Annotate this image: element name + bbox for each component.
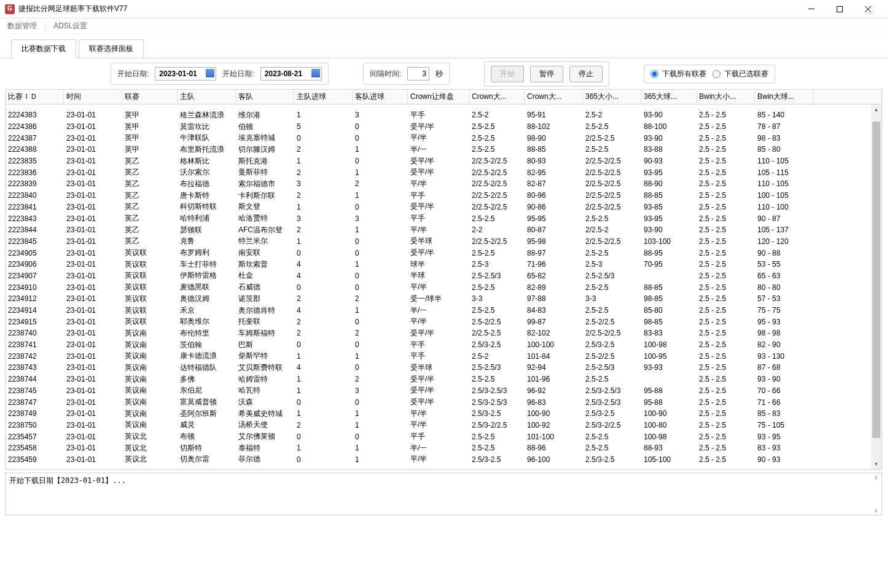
table-cell: 2.5-2.5: [469, 134, 525, 143]
pause-button[interactable]: 暂停: [530, 66, 563, 82]
table-cell: 70-95: [641, 260, 697, 269]
table-row[interactable]: 223874723-01-01英议南富莫咸普顿沃森00受平/半2.5/3-2.5…: [6, 396, 881, 408]
column-header[interactable]: 365大球...: [641, 90, 697, 104]
table-row[interactable]: 223491523-01-01英议联耶奥维尔托奎联20平/半2.5-2/2.59…: [6, 316, 881, 327]
table-cell: 2234907: [6, 272, 64, 280]
table-row[interactable]: [6, 104, 881, 109]
column-header[interactable]: 比赛ＩＤ: [6, 90, 64, 104]
tab-download-data[interactable]: 比赛数据下载: [11, 39, 76, 58]
vertical-scrollbar[interactable]: ▲ ▼: [871, 104, 881, 469]
table-cell: 0: [353, 340, 408, 349]
table-body[interactable]: 222438323-01-01英甲格兰森林流浪维尔港13平手2.5-295-91…: [6, 104, 881, 470]
table-cell: 2223836: [6, 168, 64, 177]
table-row[interactable]: 222384423-01-01英乙瑟顿联AFC温布尔登21平/半2-280-87…: [6, 224, 881, 236]
table-row[interactable]: 222383923-01-01英乙布拉福德索尔福德市32平/半2/2.5-2/2…: [6, 178, 881, 190]
column-header[interactable]: Bwin大球...: [755, 90, 813, 104]
maximize-button[interactable]: [826, 0, 854, 18]
scroll-down-arrow[interactable]: ▼: [871, 459, 881, 469]
radio-all-input[interactable]: [651, 70, 658, 78]
column-header[interactable]: 主队: [178, 90, 236, 104]
menu-separator: |: [44, 22, 46, 31]
radio-download-all[interactable]: 下载所有联赛: [651, 69, 706, 79]
menu-data-manage[interactable]: 数据管理: [5, 21, 39, 31]
table-cell: 93-90: [641, 111, 697, 119]
log-scroll-down-icon[interactable]: ∨: [874, 508, 877, 514]
table-row[interactable]: 223874223-01-01英议南康卡德流浪柴斯罕特11平手2.5-2101-…: [6, 350, 881, 362]
table-row[interactable]: 222384123-01-01英乙科切斯特联斯文登10受平/半2/2.5-2/2…: [6, 202, 881, 213]
svg-rect-1: [837, 6, 843, 12]
table-row[interactable]: 222438323-01-01英甲格兰森林流浪维尔港13平手2.5-295-91…: [6, 109, 881, 121]
calendar-icon[interactable]: [311, 69, 320, 77]
table-cell: 23-01-01: [64, 168, 122, 177]
table-row[interactable]: 222384323-01-01英乙哈特利浦哈洛贾特33平手2.5-2.595-9…: [6, 213, 881, 224]
table-row[interactable]: 222384023-01-01英乙唐卡斯特卡利斯尔联21平手2/2.5-2/2.…: [6, 190, 881, 202]
table-row[interactable]: 223874023-01-01英议南布伦特里车姆斯福特22受平/半2/2.5-2…: [6, 327, 881, 339]
column-header[interactable]: 主队进球: [294, 90, 353, 104]
table-cell: 2/2.5-2.5: [583, 134, 641, 143]
column-header[interactable]: 客队: [236, 90, 294, 104]
table-row[interactable]: 223491023-01-01英议联麦德黑联石威德00平/半2.5-2.582-…: [6, 281, 881, 293]
table-cell: 88-96: [525, 444, 583, 452]
table-row[interactable]: 223874523-01-01英议南东伯尼哈瓦特13受平/半2.5/3-2.5/…: [6, 385, 881, 397]
minimize-button[interactable]: [797, 0, 826, 18]
scroll-up-arrow[interactable]: ▲: [871, 104, 881, 115]
table-cell: 2.5 - 2.5: [697, 283, 755, 292]
table-row[interactable]: 223874423-01-01英议南多佛哈姆雷特12受平/半2.5-2.5101…: [6, 374, 881, 385]
table-cell: 23-01-01: [64, 203, 122, 211]
column-header[interactable]: 客队进球: [353, 90, 408, 104]
column-header[interactable]: 联赛: [122, 90, 178, 104]
menu-adsl[interactable]: ADSL设置: [51, 21, 90, 31]
table-row[interactable]: 223874123-01-01英议南茨伯翰巴斯00平手2.5/3-2.5100-…: [6, 339, 881, 351]
table-row[interactable]: 223545823-01-01英议北切斯特泰福特11半/一2.5-2.588-9…: [6, 442, 881, 454]
table-row[interactable]: 223491423-01-01英议联禾京奥尔德肖特41半/一2.5-2.584-…: [6, 305, 881, 316]
table-cell: 2.5-2.5: [469, 283, 525, 292]
interval-unit: 秒: [436, 69, 443, 79]
table-row[interactable]: 223874323-01-01英议南达特福德队艾贝斯费特联40受半球2.5-2.…: [6, 362, 881, 374]
column-header[interactable]: 时间: [64, 90, 122, 104]
radio-selected-input[interactable]: [713, 70, 721, 78]
column-header[interactable]: 365大小...: [583, 90, 641, 104]
tab-league-panel[interactable]: 联赛选择面板: [79, 39, 144, 58]
table-row[interactable]: 222438823-01-01英甲布里斯托流浪切尔滕汉姆21半/一2.5-2.5…: [6, 144, 881, 155]
table-cell: 90-93: [641, 157, 697, 165]
scroll-track[interactable]: [871, 115, 881, 459]
table-row[interactable]: 222438723-01-01英甲牛津联队埃克塞特城00平/半2.5-2.598…: [6, 132, 881, 144]
table-cell: 95-91: [525, 111, 583, 119]
table-row[interactable]: 223874923-01-01英议南圣阿尔班斯希美威史特城11平/半2.5/3-…: [6, 408, 881, 420]
table-row[interactable]: 223490723-01-01英议联伊斯特雷格杜金40半球2.5-2.5/365…: [6, 270, 881, 282]
calendar-icon[interactable]: [206, 69, 214, 77]
close-button[interactable]: [854, 0, 882, 18]
table-cell: 2/2.5-2/2.5: [469, 191, 525, 200]
table-cell: 曼斯菲特: [236, 167, 294, 178]
column-header[interactable]: Bwin大小...: [697, 90, 755, 104]
table-row[interactable]: 222384523-01-01英乙克鲁特兰米尔10受半球2/2.5-2/2.59…: [6, 236, 881, 248]
table-cell: 1: [294, 375, 353, 383]
scroll-thumb[interactable]: [872, 122, 880, 438]
column-header[interactable]: Crown让终盘: [408, 90, 469, 104]
stop-button[interactable]: 停止: [569, 66, 603, 82]
table-row[interactable]: 222383623-01-01英乙沃尔索尔曼斯菲特21受平/半2/2.5-2/2…: [6, 167, 881, 178]
table-cell: 半/一: [408, 144, 469, 155]
radio-download-selected[interactable]: 下载已选联赛: [713, 69, 768, 79]
table-cell: 哈姆雷特: [236, 374, 294, 385]
table-cell: 2234906: [6, 260, 64, 269]
table-row[interactable]: 222438623-01-01英甲莫雷坎比伯顿50受平/半2.5-2.588-1…: [6, 121, 881, 133]
table-row[interactable]: 223490523-01-01英议联布罗姆利南安联00受平/半2.5-2.588…: [6, 247, 881, 259]
table-cell: 90 - 87: [755, 214, 813, 223]
column-header[interactable]: Crown大...: [525, 90, 583, 104]
table-row[interactable]: 223545923-01-01英议北切奥尔雷菲尔德01平/半2.5/3-2.59…: [6, 454, 881, 466]
table-cell: 101-84: [525, 352, 583, 361]
start-button[interactable]: 开始: [491, 66, 524, 82]
svg-rect-0: [808, 9, 815, 9]
interval-input[interactable]: [407, 67, 429, 80]
table-cell: 82-89: [525, 283, 583, 292]
table-row[interactable]: 223490623-01-01英议联车士打菲特斯坎索普41球半2.5-371-9…: [6, 259, 881, 270]
table-row[interactable]: 223545723-01-01英议北布顿艾尔佛莱顿00平手2.5-2.5101-…: [6, 431, 881, 442]
table-cell: 2.5/3-2.5/3: [583, 386, 641, 395]
log-scroll-up-icon[interactable]: ∧: [874, 474, 877, 480]
column-header[interactable]: Crown大...: [469, 90, 525, 104]
table-row[interactable]: 223875023-01-01英议南威灵汤桥天使21平/半2.5/3-2/2.5…: [6, 420, 881, 431]
table-cell: 100-90: [641, 409, 697, 418]
table-row[interactable]: 223491223-01-01英议联奥德汉姆诺茨郡22受一/球半3-397-88…: [6, 293, 881, 305]
table-row[interactable]: 222383523-01-01英乙格林斯比斯托克港10受平/半2/2.5-2/2…: [6, 155, 881, 167]
